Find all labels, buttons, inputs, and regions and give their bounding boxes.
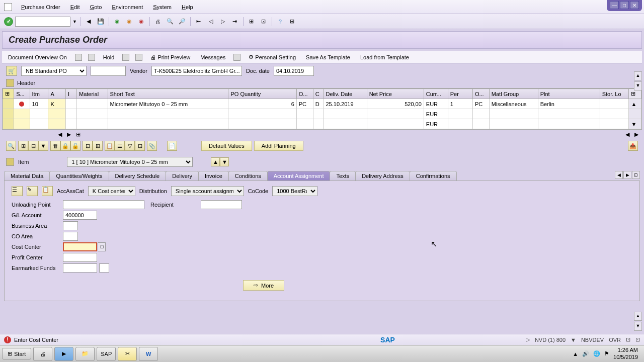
tab-list-icon[interactable]: ⊡ bbox=[632, 171, 640, 179]
select-all-icon[interactable]: ⊞ bbox=[18, 141, 28, 151]
tray-volume-icon[interactable]: 🔊 bbox=[582, 350, 589, 357]
menu-system[interactable]: System bbox=[148, 2, 177, 12]
col-plnt[interactable]: Plnt bbox=[538, 89, 600, 99]
earmarked-funds-item-field[interactable] bbox=[99, 263, 109, 273]
cocode-select[interactable]: 1000 BestRu.. bbox=[272, 186, 317, 196]
cost-center-field[interactable] bbox=[63, 242, 97, 251]
vendor-field[interactable] bbox=[151, 66, 242, 76]
col-status[interactable]: S... bbox=[14, 89, 30, 99]
detail-icon[interactable]: 🔍 bbox=[6, 141, 16, 151]
export-icon[interactable]: 📤 bbox=[628, 141, 638, 151]
cost-center-f4-icon[interactable]: ☐ bbox=[98, 242, 106, 251]
paste-icon[interactable]: ⊞ bbox=[93, 141, 103, 151]
col-curr[interactable]: Curr... bbox=[424, 89, 448, 99]
find-next-icon[interactable]: 🔎 bbox=[177, 17, 187, 27]
help-icon[interactable]: ? bbox=[275, 17, 285, 27]
recipient-field[interactable] bbox=[201, 200, 242, 209]
addl-planning-button[interactable]: Addl Planning bbox=[254, 141, 303, 151]
system-info[interactable]: NVD (1) 800 bbox=[535, 337, 566, 343]
cancel-icon[interactable]: ◉ bbox=[136, 17, 146, 27]
enter-icon[interactable]: ✓ bbox=[4, 17, 13, 26]
task-explorer[interactable]: 📁 bbox=[75, 347, 95, 361]
tab-material-data[interactable]: Material Data bbox=[4, 171, 50, 180]
nav-grid-icon[interactable]: ⊞ bbox=[74, 131, 82, 138]
cart-icon[interactable]: 🛒 bbox=[6, 66, 17, 76]
tab-confirmations[interactable]: Confirmations bbox=[410, 171, 457, 180]
table-row[interactable]: EUR bbox=[3, 109, 641, 119]
save-icon[interactable]: 💾 bbox=[96, 17, 106, 27]
tab-delivery-address[interactable]: Delivery Address bbox=[355, 171, 410, 180]
more-button[interactable]: ⇨More bbox=[243, 280, 284, 291]
scroll-up-icon[interactable]: ▲ bbox=[634, 72, 641, 79]
sb-icon1[interactable]: ⊡ bbox=[626, 336, 630, 343]
tab-scroll-left-icon[interactable]: ◀ bbox=[615, 171, 623, 179]
item-down-icon[interactable]: ▼ bbox=[220, 157, 229, 166]
tab-texts[interactable]: Texts bbox=[330, 171, 356, 180]
load-template-button[interactable]: Load from Template bbox=[358, 53, 411, 61]
messages-button[interactable]: Messages bbox=[198, 53, 227, 61]
layout-icon[interactable]: ⊞ bbox=[287, 17, 297, 27]
doc-type-select[interactable]: NB Standard PO bbox=[21, 66, 87, 76]
col-matg[interactable]: Matl Group bbox=[489, 89, 538, 99]
tab-invoice[interactable]: Invoice bbox=[198, 171, 229, 180]
menu-help[interactable]: Help bbox=[177, 2, 198, 12]
conditions-icon[interactable]: ⊡ bbox=[135, 141, 145, 151]
tab-quantities[interactable]: Quantities/Weights bbox=[49, 171, 109, 180]
deselect-icon[interactable]: ⊟ bbox=[28, 141, 38, 151]
tray-expand-icon[interactable]: ▲ bbox=[573, 351, 578, 357]
business-area-field[interactable] bbox=[63, 221, 78, 230]
tray-flag-icon[interactable]: ⚑ bbox=[604, 350, 609, 357]
close-button[interactable]: ✕ bbox=[630, 1, 639, 9]
info-icon[interactable] bbox=[233, 54, 240, 61]
limits-icon[interactable]: ☰ bbox=[115, 141, 125, 151]
hold-button[interactable]: Hold bbox=[101, 53, 117, 61]
command-field[interactable] bbox=[15, 17, 70, 27]
lock-icon[interactable]: 🔒 bbox=[60, 141, 70, 151]
unlock-icon[interactable]: 🔓 bbox=[70, 141, 80, 151]
profit-center-field[interactable] bbox=[63, 253, 97, 262]
create-icon[interactable] bbox=[75, 54, 82, 61]
filter-icon[interactable]: ▼ bbox=[38, 141, 48, 151]
back-icon[interactable]: ◀ bbox=[84, 17, 94, 27]
accasscat-select[interactable]: K Cost center bbox=[88, 186, 135, 196]
scroll-down-icon[interactable]: ▼ bbox=[634, 82, 641, 89]
scroll-down2-icon[interactable]: ▼ bbox=[634, 322, 641, 329]
menu-goto[interactable]: Goto bbox=[85, 2, 107, 12]
col-a[interactable]: A bbox=[48, 89, 65, 99]
item-up-icon[interactable]: ▲ bbox=[211, 157, 220, 166]
scroll-up2-icon[interactable]: ▲ bbox=[634, 312, 641, 319]
other-po-icon[interactable] bbox=[88, 54, 95, 61]
menu-environment[interactable]: Environment bbox=[107, 2, 148, 12]
task-sap[interactable]: SAP bbox=[97, 347, 116, 361]
col-c[interactable]: C bbox=[313, 89, 324, 99]
print-icon[interactable]: 🖨 bbox=[153, 17, 163, 27]
nav-left-icon[interactable]: ◀ bbox=[56, 131, 63, 138]
find-icon[interactable]: 🔍 bbox=[165, 17, 175, 27]
nav-icon[interactable]: ▷ bbox=[526, 336, 530, 343]
tab-account-assignment[interactable]: Account Assignment bbox=[267, 171, 331, 180]
docdate-field[interactable] bbox=[274, 66, 314, 76]
maximize-button[interactable]: □ bbox=[620, 1, 629, 9]
new-session-icon[interactable]: ⊞ bbox=[247, 17, 257, 27]
task-printer[interactable]: 🖨 bbox=[33, 347, 52, 361]
next-page-icon[interactable]: ▷ bbox=[218, 17, 228, 27]
table-view-icon[interactable]: ☰ bbox=[12, 186, 23, 196]
col-material[interactable]: Material bbox=[77, 89, 108, 99]
col-qty[interactable]: PO Quantity bbox=[228, 89, 296, 99]
col-short-text[interactable]: Short Text bbox=[108, 89, 228, 99]
scroll-down-icon[interactable]: ▼ bbox=[629, 119, 641, 129]
po-number-field[interactable] bbox=[91, 66, 126, 76]
menu-purchase-order[interactable]: Purchase Order bbox=[16, 2, 65, 12]
tab-delivery[interactable]: Delivery bbox=[166, 171, 199, 180]
col-itm[interactable]: Itm bbox=[30, 89, 48, 99]
nav-right-icon[interactable]: ▶ bbox=[65, 131, 72, 138]
tab-conditions[interactable]: Conditions bbox=[228, 171, 268, 180]
expand-item-icon[interactable] bbox=[6, 158, 14, 166]
col-opu[interactable]: O... bbox=[472, 89, 489, 99]
table-row[interactable]: EUR ▼ bbox=[3, 119, 641, 129]
tab-delivery-schedule[interactable]: Delivery Schedule bbox=[109, 171, 167, 180]
col-stor[interactable]: Stor. Lo bbox=[600, 89, 629, 99]
co-area-field[interactable] bbox=[63, 232, 78, 241]
table-row[interactable]: 10 K Micrometer Mitutoyo 0 – 25 mm 6 PC … bbox=[3, 99, 641, 109]
save-template-button[interactable]: Save As Template bbox=[304, 53, 352, 61]
